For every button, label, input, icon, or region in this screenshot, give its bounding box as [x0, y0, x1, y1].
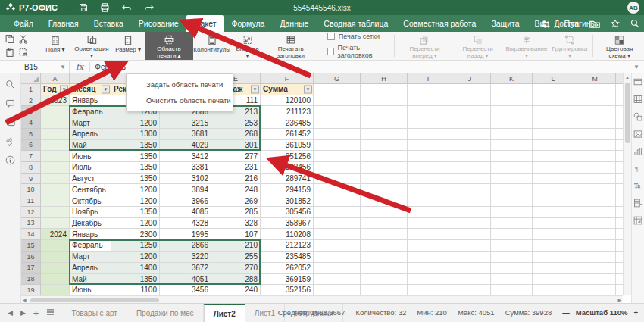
- column-header-J[interactable]: J: [449, 73, 491, 84]
- cell-B8[interactable]: Июль: [70, 162, 111, 174]
- zoom-out-button[interactable]: —: [562, 308, 570, 317]
- row-header-1[interactable]: 1: [21, 84, 41, 95]
- cell-D10[interactable]: 3894: [160, 184, 211, 195]
- cell-M1[interactable]: [574, 84, 616, 95]
- cell-B17[interactable]: Апрель: [70, 263, 111, 274]
- cell-E18[interactable]: 288: [211, 274, 261, 285]
- cell-J13[interactable]: [449, 218, 491, 230]
- scroll-right-icon[interactable]: ▶: [617, 297, 621, 302]
- pivot-icon[interactable]: [633, 216, 642, 227]
- row-header-17[interactable]: 17: [21, 263, 41, 274]
- cell-K8[interactable]: [491, 162, 533, 174]
- cell-M7[interactable]: [574, 151, 616, 162]
- checkbox-печать-сетки[interactable]: Печать сетки: [327, 33, 388, 40]
- cell-D6[interactable]: 4029: [160, 140, 211, 152]
- row-header-9[interactable]: 9: [21, 174, 41, 185]
- cell-I19[interactable]: [408, 285, 449, 295]
- cell-D11[interactable]: 3966: [160, 195, 211, 207]
- cell-H6[interactable]: [361, 140, 408, 152]
- scroll-left-icon[interactable]: ◀: [23, 297, 27, 302]
- cell-K9[interactable]: [491, 174, 533, 185]
- cell-N15[interactable]: [616, 240, 623, 252]
- cell-L1[interactable]: [533, 84, 574, 95]
- filter-button-A[interactable]: ▼: [60, 85, 68, 93]
- cell-J4[interactable]: [449, 117, 491, 129]
- cell-G2[interactable]: [314, 95, 361, 107]
- cell-E13[interactable]: 328: [211, 218, 261, 230]
- cell-B19[interactable]: Июнь: [70, 285, 111, 295]
- cell-N8[interactable]: [616, 162, 623, 174]
- comment-icon[interactable]: [5, 98, 15, 108]
- cell-J11[interactable]: [449, 195, 491, 207]
- cell-B1[interactable]: Месяц▼: [70, 84, 111, 95]
- cell-C14[interactable]: 2300: [111, 229, 160, 240]
- formula-input[interactable]: Февраль: [90, 63, 633, 71]
- cell-A5[interactable]: [41, 129, 70, 140]
- cell-I10[interactable]: [408, 184, 449, 195]
- cell-L18[interactable]: [533, 274, 574, 285]
- cell-M2[interactable]: [574, 95, 616, 107]
- cell-D8[interactable]: 3381: [160, 162, 211, 174]
- cell-B13[interactable]: Декабрь: [70, 218, 111, 230]
- cell-H2[interactable]: [361, 95, 408, 107]
- cell-I5[interactable]: [408, 129, 449, 140]
- paragraph-icon[interactable]: ¶: [634, 164, 642, 175]
- cell-E12[interactable]: 285: [211, 207, 261, 218]
- column-header-F[interactable]: F: [261, 73, 314, 84]
- cell-A15[interactable]: [41, 240, 70, 252]
- cell-K17[interactable]: [491, 263, 533, 274]
- row-header-16[interactable]: 16: [21, 252, 41, 263]
- cell-A8[interactable]: [41, 162, 70, 174]
- cell-D5[interactable]: 3681: [160, 129, 211, 140]
- cell-A7[interactable]: [41, 151, 70, 162]
- cell-K3[interactable]: [491, 106, 533, 117]
- cell-E11[interactable]: 269: [211, 195, 261, 207]
- cell-M12[interactable]: [574, 207, 616, 218]
- cell-G1[interactable]: [314, 84, 361, 95]
- cell-L17[interactable]: [533, 263, 574, 274]
- cell-B15[interactable]: Февраль: [70, 240, 111, 252]
- cell-F13[interactable]: 358967: [261, 218, 314, 230]
- cell-A11[interactable]: [41, 195, 70, 207]
- cell-M17[interactable]: [574, 263, 616, 274]
- cell-D14[interactable]: 1995: [160, 229, 211, 240]
- cell-M10[interactable]: [574, 184, 616, 195]
- cell-G8[interactable]: [314, 162, 361, 174]
- cell-L14[interactable]: [533, 229, 574, 240]
- cell-C4[interactable]: 1200: [111, 117, 160, 129]
- cell-N18[interactable]: [616, 274, 623, 285]
- ribbon-tab-файл[interactable]: Файл: [6, 15, 41, 32]
- cell-B7[interactable]: Июнь: [70, 151, 111, 162]
- toolbar-button-margins[interactable]: Поля ▾: [39, 32, 72, 60]
- cell-I18[interactable]: [408, 274, 449, 285]
- cell-I3[interactable]: [408, 106, 449, 117]
- cell-L16[interactable]: [533, 252, 574, 263]
- cell-B16[interactable]: Март: [70, 252, 111, 263]
- cell-I14[interactable]: [408, 229, 449, 240]
- cell-A14[interactable]: 2024: [41, 229, 70, 240]
- cell-F8[interactable]: 302456: [261, 162, 314, 174]
- cell-H9[interactable]: [361, 174, 408, 185]
- cell-L6[interactable]: [533, 140, 574, 152]
- cell-D13[interactable]: 4328: [160, 218, 211, 230]
- cell-H13[interactable]: [361, 218, 408, 230]
- cell-B11[interactable]: Октябрь: [70, 195, 111, 207]
- vertical-scrollbar[interactable]: ▲: [623, 73, 631, 295]
- cell-J8[interactable]: [449, 162, 491, 174]
- cell-M6[interactable]: [574, 140, 616, 152]
- cell-M14[interactable]: [574, 229, 616, 240]
- cell-G9[interactable]: [314, 174, 361, 185]
- cell-H3[interactable]: [361, 106, 408, 117]
- add-sheet-button[interactable]: +: [33, 308, 39, 319]
- cell-D9[interactable]: 3102: [160, 174, 211, 185]
- cell-H7[interactable]: [361, 151, 408, 162]
- cell-D16[interactable]: 3220: [160, 252, 211, 263]
- cell-K12[interactable]: [491, 207, 533, 218]
- cell-M16[interactable]: [574, 252, 616, 263]
- vertical-scroll-thumb[interactable]: [625, 83, 630, 143]
- cell-J7[interactable]: [449, 151, 491, 162]
- cell-A6[interactable]: [41, 140, 70, 152]
- scroll-up-icon[interactable]: ▲: [624, 73, 631, 81]
- cell-E14[interactable]: 107: [211, 229, 261, 240]
- cell-C13[interactable]: 1200: [111, 218, 160, 230]
